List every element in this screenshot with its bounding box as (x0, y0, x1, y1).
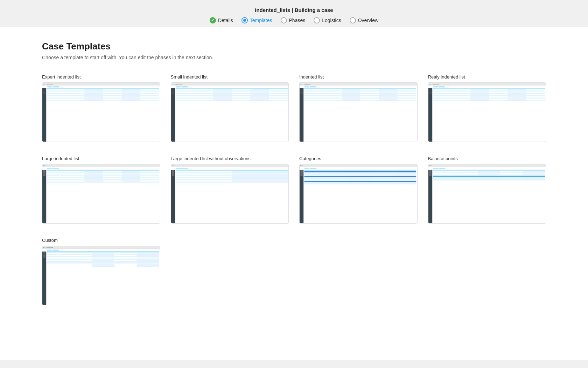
template-name-indented: Indented list (299, 74, 418, 80)
step-templates[interactable]: Templates (241, 17, 272, 23)
step-circle-templates (241, 17, 248, 23)
step-circle-phases (281, 17, 287, 23)
template-preview-balance-points: Laboratory Data (428, 164, 546, 224)
template-preview-small-indented: Laboratory Data (171, 82, 289, 142)
top-bar: indented_lists | Building a case Details… (0, 0, 588, 27)
step-label-phases: Phases (289, 18, 306, 23)
template-preview-indented: Laboratory Data (299, 82, 418, 142)
step-label-logistics: Logistics (322, 18, 341, 23)
template-item-expert-indented[interactable]: Expert indented list Laboratory Data (42, 74, 160, 142)
template-item-custom[interactable]: Custom Laboratory Data (42, 238, 160, 305)
template-item-large-no-obs[interactable]: Large indented list without observations… (171, 156, 289, 224)
step-label-overview: Overview (358, 18, 378, 23)
step-circle-details (210, 17, 216, 23)
page-subtitle: Choose a template to start off with. You… (42, 55, 546, 60)
template-item-balance-points[interactable]: Balance points Laboratory Data (428, 156, 546, 224)
template-name-small-indented: Small indented list (171, 74, 289, 80)
template-preview-categories: Laboratory Data (299, 164, 418, 224)
page-title: Case Templates (42, 41, 546, 52)
step-label-templates: Templates (250, 18, 272, 23)
templates-grid: Expert indented list Laboratory Data (42, 74, 546, 305)
template-item-realy-indented[interactable]: Realy indented list Laboratory Data (428, 74, 546, 142)
step-details[interactable]: Details (210, 17, 233, 23)
step-logistics[interactable]: Logistics (314, 17, 341, 23)
template-preview-realy-indented: Laboratory Data (428, 82, 546, 142)
template-name-realy-indented: Realy indented list (428, 74, 546, 80)
template-name-custom: Custom (42, 238, 160, 243)
step-label-details: Details (218, 18, 233, 23)
step-phases[interactable]: Phases (281, 17, 306, 23)
template-preview-custom: Laboratory Data (42, 246, 160, 305)
step-circle-overview (350, 17, 356, 23)
steps-nav: DetailsTemplatesPhasesLogisticsOverview (0, 17, 588, 23)
step-circle-logistics (314, 17, 320, 23)
main-content: Case Templates Choose a template to star… (0, 27, 588, 360)
template-preview-large-no-obs: Laboratory Data (171, 164, 289, 224)
step-overview[interactable]: Overview (350, 17, 378, 23)
breadcrumb: indented_lists | Building a case (0, 7, 588, 13)
template-name-expert-indented: Expert indented list (42, 74, 160, 80)
template-name-large-no-obs: Large indented list without observations (171, 156, 289, 161)
template-item-categories[interactable]: Categories Laboratory Data (299, 156, 418, 224)
template-name-balance-points: Balance points (428, 156, 546, 161)
template-name-large-indented: Large indented list (42, 156, 160, 161)
template-name-categories: Categories (299, 156, 418, 161)
template-item-large-indented[interactable]: Large indented list Laboratory Data (42, 156, 160, 224)
template-item-indented[interactable]: Indented list Laboratory Data (299, 74, 418, 142)
template-preview-large-indented: Laboratory Data (42, 164, 160, 224)
template-preview-expert-indented: Laboratory Data (42, 82, 160, 142)
template-item-small-indented[interactable]: Small indented list Laboratory Data (171, 74, 289, 142)
